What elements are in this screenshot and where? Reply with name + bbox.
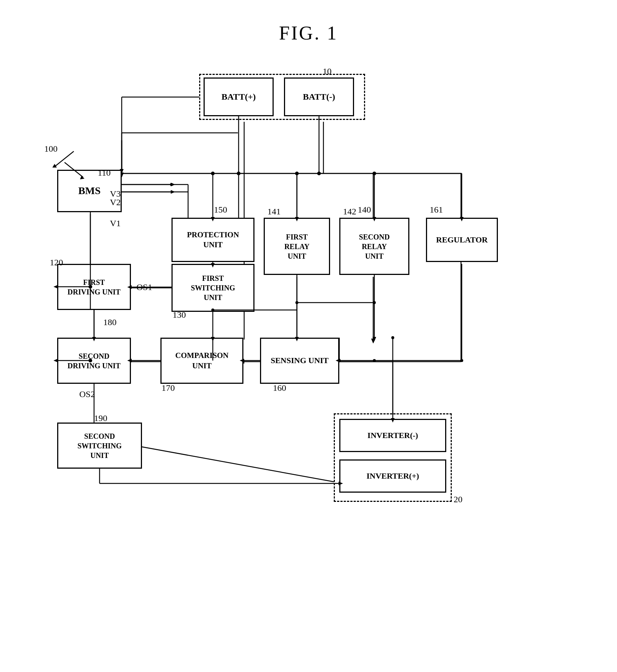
ref-150-label: 150 xyxy=(214,205,227,215)
svg-line-42 xyxy=(55,151,74,166)
ref-161-label: 161 xyxy=(430,205,443,215)
regulator-block: REGULATOR xyxy=(426,218,498,262)
ref-160-label: 160 xyxy=(273,383,286,393)
ref-190-label: 190 xyxy=(94,413,107,423)
first-switching-unit-block: FIRST SWITCHING UNIT xyxy=(171,264,254,312)
ref-140-label: 140 xyxy=(358,205,371,215)
v1-label: V1 xyxy=(110,218,121,228)
ref-110-label: 110 xyxy=(98,168,111,178)
ref-130-label: 130 xyxy=(173,310,186,320)
v2-label: V2 xyxy=(110,197,121,207)
os2-label: OS2 xyxy=(79,389,95,399)
svg-marker-29 xyxy=(371,339,375,343)
batt-pos-block: BATT(+) xyxy=(204,77,274,116)
second-switching-unit-block: SECOND SWITCHING UNIT xyxy=(57,423,142,469)
protection-unit-block: PROTECTION UNIT xyxy=(171,218,254,262)
ref-100-arrow xyxy=(52,148,81,170)
os1-label: OS1 xyxy=(136,282,152,292)
ref-120-label: 120 xyxy=(50,258,63,268)
ref-141-label: 141 xyxy=(267,207,281,217)
ref-170-label: 170 xyxy=(162,383,175,393)
inverter-pos-block: INVERTER(+) xyxy=(339,459,446,493)
diagram-container: BATT(+) BATT(-) BMS PROTECTION UNIT FIRS… xyxy=(30,59,583,657)
svg-line-36 xyxy=(140,447,343,483)
inverter-neg-block: INVERTER(-) xyxy=(339,419,446,452)
page-title: FIG. 1 xyxy=(0,0,617,44)
ref-142-label: 142 xyxy=(343,207,356,217)
ref-20-label: 20 xyxy=(454,494,462,504)
batt-neg-block: BATT(-) xyxy=(284,77,354,116)
v3-label: V3 xyxy=(110,189,121,199)
first-relay-unit-block: FIRST RELAY UNIT xyxy=(264,218,330,275)
first-driving-unit-block: FIRST DRIVING UNIT xyxy=(57,264,131,310)
ref-180-label: 180 xyxy=(103,317,117,327)
second-relay-unit-block: SECOND RELAY UNIT xyxy=(339,218,409,275)
second-driving-unit-block: SECOND DRIVING UNIT xyxy=(57,338,131,384)
ref-10-label: 10 xyxy=(323,66,332,76)
sensing-unit-block: SENSING UNIT xyxy=(260,338,339,384)
comparison-unit-block: COMPARISON UNIT xyxy=(160,338,243,384)
